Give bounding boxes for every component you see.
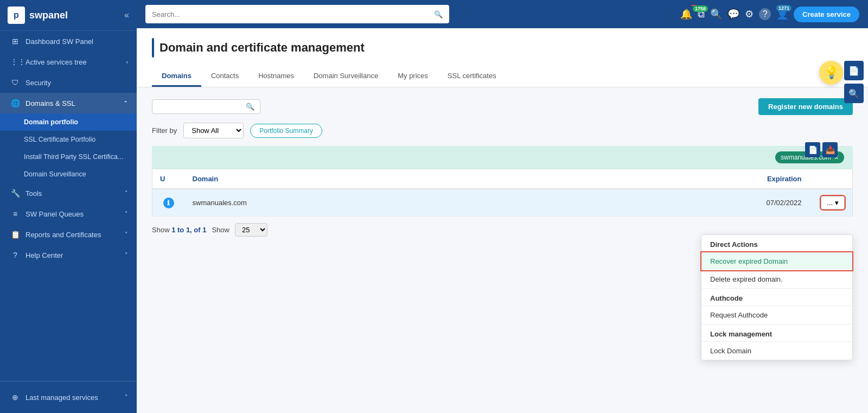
search2-icon: 🔍: [710, 8, 722, 20]
right-edge-actions: 📄 🔍: [840, 56, 868, 107]
question-mark-icon: ?: [759, 8, 771, 20]
sidebar-subitem-label: Install Third Party SSL Certifica...: [24, 153, 123, 161]
sidebar: p swpanel « ⊞ Dashboard SW Panel ⋮⋮ Acti…: [0, 0, 137, 413]
page-heading: Domain and certificate management: [159, 41, 365, 55]
sidebar-item-help-center[interactable]: ? Help Center ˅: [0, 245, 137, 265]
sidebar-item-sw-panel-queues[interactable]: ≡ SW Panel Queues ˅: [0, 204, 137, 224]
request-authcode-button[interactable]: Request Authcode: [701, 306, 852, 324]
sidebar-subitem-label: SSL Certificate Portfolio: [24, 136, 95, 143]
tab-domains[interactable]: Domains: [152, 66, 201, 87]
queues-icon: ≡: [10, 209, 20, 218]
register-new-domains-button[interactable]: Register new domains: [758, 98, 853, 115]
settings-button[interactable]: ⚙: [745, 8, 754, 20]
row-actions-button[interactable]: ... ▾: [821, 196, 845, 209]
globe-icon: 🌐: [10, 99, 20, 107]
active-services-tree-icon: ⋮⋮: [10, 58, 20, 66]
pagination-range: 1 to 1, of 1: [171, 226, 206, 234]
sidebar-item-label: Tools: [25, 189, 42, 198]
logo-box: p: [8, 7, 25, 24]
brand-name: swpanel: [29, 10, 68, 21]
per-page-select[interactable]: 25 50 100: [235, 223, 267, 237]
chevron-right-icon: ›: [126, 59, 128, 65]
domain-filter-bar: swmanuales.com ×: [152, 146, 853, 169]
main-area: 🔍 🔔 ⧉ 1758 🔍 💬 ⚙ ? 👤: [137, 0, 868, 413]
row-actions-cell: ... ▾: [809, 189, 853, 217]
topbar-search-input[interactable]: [152, 10, 434, 18]
chat-button[interactable]: 💬: [727, 8, 739, 20]
domain-search-box[interactable]: 🔍: [152, 99, 260, 114]
shield-icon: 🛡: [10, 78, 20, 87]
sidebar-item-dashboard[interactable]: ⊞ Dashboard SW Panel: [0, 31, 137, 52]
sidebar-subitem-label: Domain Surveillance: [24, 170, 86, 178]
lock-domain-button[interactable]: Lock Domain: [701, 342, 852, 360]
tab-ssl-certificates[interactable]: SSL certificates: [438, 66, 506, 87]
chevron-up-icon: ⌃: [123, 100, 128, 107]
sidebar-item-label: Domains & SSL: [25, 99, 75, 107]
page-title: Domain and certificate management: [152, 38, 853, 58]
portfolio-summary-button[interactable]: Portfolio Summary: [250, 124, 322, 138]
tab-hostnames[interactable]: Hostnames: [248, 66, 304, 87]
last-managed-icon: ⊕: [10, 393, 20, 402]
help-button[interactable]: ?: [759, 8, 771, 20]
filter-select[interactable]: Show All Active Expired Pending: [183, 123, 244, 138]
help-icon: ?: [10, 251, 20, 259]
content-icon-1[interactable]: 📄: [805, 142, 820, 157]
row-expiration-cell: 07/02/2022: [547, 189, 809, 217]
show-per-page-label: Show: [212, 226, 229, 234]
chat-icon: 💬: [727, 8, 739, 20]
sidebar-item-reports-certificates[interactable]: 📋 Reports and Certificates ˅: [0, 224, 137, 245]
ellipsis-icon: ...: [827, 199, 833, 207]
table-row[interactable]: ℹ swmanuales.com 07/02/2022 ... ▾: [152, 189, 853, 217]
chevron-down-icon: ˅: [125, 190, 128, 197]
col-header-actions: [809, 169, 853, 189]
reports-icon: 📋: [10, 230, 20, 239]
search-icon: 🔍: [434, 10, 443, 18]
sidebar-subitem-domain-surveillance[interactable]: Domain Surveillance: [0, 166, 137, 183]
sidebar-item-label: Help Center: [25, 251, 63, 259]
domain-table: U Domain Expiration ℹ swmanuales.com 07/…: [152, 169, 853, 217]
sidebar-item-last-managed-services[interactable]: ⊕ Last managed services ˅: [0, 387, 137, 408]
sidebar-subitem-domain-portfolio[interactable]: Domain portfolio: [0, 113, 137, 131]
col-header-expiration: Expiration: [547, 169, 809, 189]
tab-my-prices[interactable]: My prices: [388, 66, 438, 87]
content-icon-2[interactable]: 📥: [822, 142, 838, 157]
sidebar-subitem-ssl-portfolio[interactable]: SSL Certificate Portfolio: [0, 131, 137, 148]
edge-icon-2[interactable]: 🔍: [844, 84, 864, 103]
topbar-search-box[interactable]: 🔍: [145, 5, 449, 23]
recover-expired-domain-button[interactable]: Recover expired Domain: [701, 252, 852, 270]
sidebar-item-label: Security: [25, 79, 51, 87]
notifications-button[interactable]: 🔔: [680, 8, 692, 20]
topbar-icons: 🔔 ⧉ 1758 🔍 💬 ⚙ ? 👤 1271 Cr: [680, 7, 859, 22]
sidebar-bottom: ⊕ Last managed services ˅: [0, 381, 137, 413]
sidebar-collapse-button[interactable]: «: [124, 10, 129, 20]
search2-button[interactable]: 🔍: [710, 8, 722, 20]
layers-button[interactable]: ⧉ 1758: [698, 9, 705, 20]
domain-search-input[interactable]: [158, 103, 246, 111]
notification-bell-icon: 🔔: [680, 8, 692, 20]
tab-contacts[interactable]: Contacts: [201, 66, 248, 87]
sidebar-item-security[interactable]: 🛡 Security: [0, 72, 137, 93]
tab-domain-surveillance[interactable]: Domain Surveillance: [304, 66, 388, 87]
sidebar-item-label: Dashboard SW Panel: [25, 37, 93, 46]
col-header-u: U: [152, 169, 185, 189]
sidebar-item-label: Reports and Certificates: [25, 231, 101, 239]
create-service-button[interactable]: Create service: [794, 7, 859, 22]
sidebar-logo: p swpanel: [8, 7, 68, 24]
page-title-bar: [152, 38, 154, 58]
delete-expired-domain-button[interactable]: Delete expired domain.: [701, 270, 852, 288]
sidebar-subitem-install-ssl[interactable]: Install Third Party SSL Certifica...: [0, 148, 137, 166]
col-header-domain: Domain: [185, 169, 547, 189]
edge-icon-1[interactable]: 📄: [844, 61, 864, 80]
chevron-down-icon: ˅: [125, 231, 128, 238]
sidebar-item-domains-ssl[interactable]: 🌐 Domains & SSL ⌃: [0, 93, 137, 113]
sidebar-item-active-services-tree[interactable]: ⋮⋮ Active services tree ›: [0, 52, 137, 72]
chevron-down-icon: ▾: [835, 199, 839, 207]
authcode-title: Authcode: [701, 289, 852, 306]
sidebar-item-label: Active services tree: [25, 58, 87, 66]
content-body: 🔍 Register new domains Filter by Show Al…: [137, 87, 868, 254]
user-badge: 1271: [776, 5, 792, 11]
sidebar-item-tools[interactable]: 🔧 Tools ˅: [0, 183, 137, 204]
page-header: Domain and certificate management Domain…: [137, 28, 868, 87]
user-button[interactable]: 👤 1271: [776, 8, 788, 20]
direct-actions-dropdown: Direct Actions Recover expired Domain De…: [701, 234, 853, 360]
